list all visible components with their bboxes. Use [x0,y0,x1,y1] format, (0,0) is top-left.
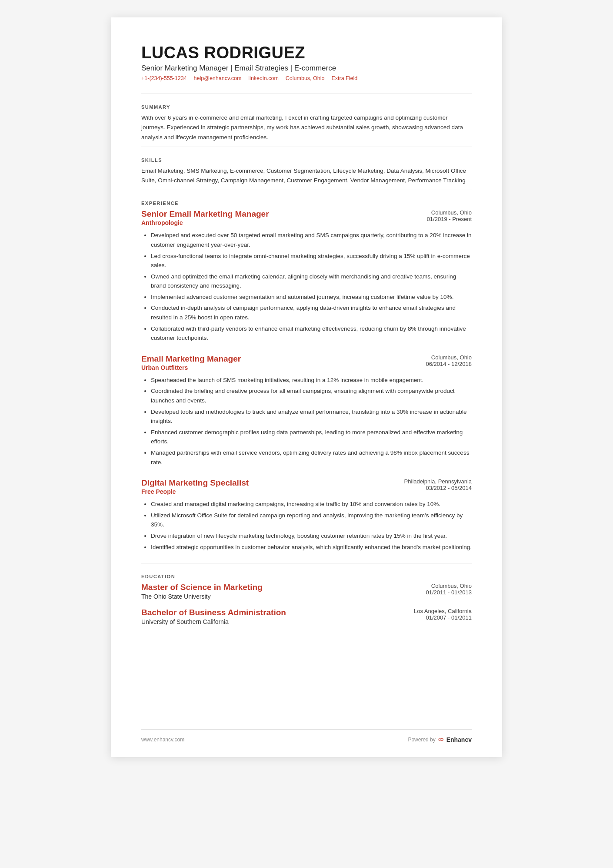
job-1-left: Senior Email Marketing Manager Anthropol… [141,209,269,229]
job-3: Digital Marketing Specialist Free People… [141,478,472,552]
candidate-name: LUCAS RODRIGUEZ [141,44,472,62]
job-1-bullets: Developed and executed over 50 targeted … [141,231,472,343]
job-2-bullets: Spearheaded the launch of SMS marketing … [141,375,472,467]
enhancv-brand: Enhancv [446,736,472,743]
contact-line: +1-(234)-555-1234 help@enhancv.com linke… [141,75,472,81]
job-1-location: Columbus, Ohio [427,209,472,216]
bullet: Enhanced customer demographic profiles u… [151,428,472,446]
job-1: Senior Email Marketing Manager Anthropol… [141,209,472,343]
job-2-location: Columbus, Ohio [426,354,472,361]
job-2-title: Email Marketing Manager [141,354,241,364]
edu-2-school: University of Southern California [141,618,286,625]
edu-2-degree: Bachelor of Business Administration [141,608,286,617]
bullet: Identified strategic opportunities in cu… [151,543,472,552]
edu-2-left: Bachelor of Business Administration Univ… [141,608,286,625]
edu-2-location: Los Angeles, California [414,608,472,614]
resume-page: LUCAS RODRIGUEZ Senior Marketing Manager… [111,17,502,757]
contact-location: Columbus, Ohio [286,75,325,81]
edu-1-location: Columbus, Ohio [426,583,472,589]
job-3-meta: Philadelphia, Pennsylvania 03/2012 - 05/… [404,478,472,491]
education-label: EDUCATION [141,574,472,579]
skills-text: Email Marketing, SMS Marketing, E-commer… [141,166,472,186]
job-3-location: Philadelphia, Pennsylvania [404,478,472,485]
bullet: Led cross-functional teams to integrate … [151,251,472,270]
edu-2-dates: 01/2007 - 01/2011 [414,614,472,621]
footer-website: www.enhancv.com [141,737,184,743]
job-3-title: Digital Marketing Specialist [141,478,249,488]
summary-text: With over 6 years in e-commerce and emai… [141,113,472,142]
contact-email: help@enhancv.com [194,75,242,81]
job-3-company: Free People [141,488,249,495]
bullet: Conducted in-depth analysis of campaign … [151,303,472,322]
experience-label: EXPERIENCE [141,201,472,206]
contact-phone: +1-(234)-555-1234 [141,75,187,81]
contact-linkedin: linkedin.com [248,75,278,81]
job-2-left: Email Marketing Manager Urban Outfitters [141,354,241,374]
job-3-bullets: Created and managed digital marketing ca… [141,499,472,552]
footer-brand: Powered by ∞ Enhancv [408,735,472,744]
edu-1-school: The Ohio State University [141,593,263,600]
job-1-meta: Columbus, Ohio 01/2019 - Present [427,209,472,222]
job-3-dates: 03/2012 - 05/2014 [404,485,472,491]
bullet: Managed partnerships with email service … [151,448,472,467]
edu-2-meta: Los Angeles, California 01/2007 - 01/201… [414,608,472,621]
bullet: Collaborated with third-party vendors to… [151,324,472,343]
job-1-title: Senior Email Marketing Manager [141,209,269,219]
edu-1-degree: Master of Science in Marketing [141,583,263,592]
skills-label: SKILLS [141,158,472,163]
skills-divider [141,190,472,190]
job-1-company: Anthropologie [141,219,269,226]
education-2: Bachelor of Business Administration Univ… [141,608,472,625]
job-2-company: Urban Outfitters [141,364,241,371]
summary-label: SUMMARY [141,104,472,110]
experience-divider [141,563,472,563]
page-footer: www.enhancv.com Powered by ∞ Enhancv [141,729,472,744]
header-divider [141,94,472,94]
job-2-meta: Columbus, Ohio 06/2014 - 12/2018 [426,354,472,367]
contact-extra: Extra Field [331,75,357,81]
bullet: Developed tools and methodologies to tra… [151,407,472,426]
bullet: Coordinated the briefing and creative pr… [151,386,472,405]
powered-by-text: Powered by [408,737,435,743]
bullet: Implemented advanced customer segmentati… [151,292,472,302]
summary-divider [141,147,472,147]
bullet: Created and managed digital marketing ca… [151,499,472,509]
edu-1-left: Master of Science in Marketing The Ohio … [141,583,263,600]
bullet: Drove integration of new lifecycle marke… [151,531,472,541]
bullet: Spearheaded the launch of SMS marketing … [151,375,472,385]
enhancv-icon: ∞ [438,735,444,744]
job-1-header: Senior Email Marketing Manager Anthropol… [141,209,472,229]
candidate-title: Senior Marketing Manager | Email Strateg… [141,64,472,73]
job-2-header: Email Marketing Manager Urban Outfitters… [141,354,472,374]
job-1-dates: 01/2019 - Present [427,216,472,222]
edu-1-meta: Columbus, Ohio 01/2011 - 01/2013 [426,583,472,596]
bullet: Developed and executed over 50 targeted … [151,231,472,249]
job-3-left: Digital Marketing Specialist Free People [141,478,249,498]
bullet: Utilized Microsoft Office Suite for deta… [151,511,472,530]
bullet: Owned and optimized the email marketing … [151,272,472,291]
education-1: Master of Science in Marketing The Ohio … [141,583,472,600]
job-2-dates: 06/2014 - 12/2018 [426,361,472,367]
edu-1-dates: 01/2011 - 01/2013 [426,589,472,596]
job-2: Email Marketing Manager Urban Outfitters… [141,354,472,467]
job-3-header: Digital Marketing Specialist Free People… [141,478,472,498]
